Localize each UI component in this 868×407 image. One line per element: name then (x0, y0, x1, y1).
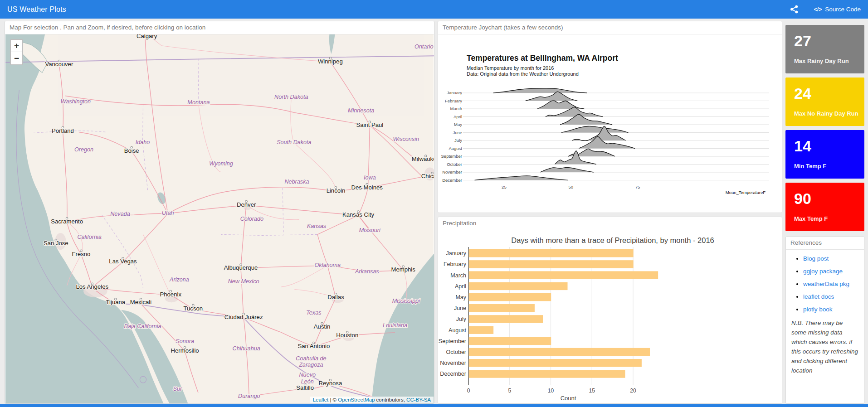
joychart-ridge-fill (493, 88, 587, 93)
precipitation-bar[interactable] (469, 293, 551, 301)
leaflet-link[interactable]: Leaflet (313, 397, 329, 402)
map-city-label: Milwaukee (412, 155, 434, 162)
map-state-label: Wyoming (209, 160, 233, 167)
joychart-month-label: March (450, 106, 462, 111)
references-title: References (786, 237, 864, 250)
joychart-month-label: September (441, 154, 462, 159)
precipitation-x-tick: 5 (508, 388, 511, 394)
value-box-label: Max Temp F (794, 215, 828, 222)
precipitation-bar[interactable] (469, 315, 543, 323)
value-box-min-temp: 14 Min Temp F (785, 130, 864, 179)
joychart-title: Temperatures at Bellingham, WA Airport (467, 53, 618, 63)
reference-link[interactable]: plotly book (803, 306, 833, 313)
references-list: Blog postggjoy packageweatherData pkglea… (803, 255, 858, 313)
map-state-label: Chihuahua (233, 345, 260, 352)
map-state-label: Sonora (176, 337, 194, 344)
precipitation-bar[interactable] (469, 260, 634, 268)
map-city-label: Lincoln (327, 187, 346, 194)
leaflet-map[interactable]: CalgaryWinnipegVancouverOntarioWashingto… (5, 34, 434, 403)
precipitation-bar[interactable] (469, 326, 493, 334)
app-title: US Weather Plots (7, 5, 66, 14)
precipitation-x-tick: 20 (630, 388, 636, 394)
precipitation-month-label: May (455, 294, 466, 300)
map-state-label: Wisconsin (393, 136, 419, 142)
precipitation-bar[interactable] (469, 271, 658, 279)
joychart-panel: Temperature Joychart (takes a few second… (438, 21, 782, 213)
map-state-label: Missouri (359, 227, 381, 233)
precipitation-month-label: June (454, 305, 466, 311)
bottom-accent-strip (0, 404, 868, 407)
license-link[interactable]: CC-BY-SA (406, 397, 431, 402)
joychart-month-label: November (442, 170, 462, 174)
precipitation-bar[interactable] (469, 249, 634, 257)
joychart-month-label: August (449, 146, 462, 151)
reference-item: Blog post (803, 255, 858, 262)
map-state-label: Minnesota (348, 107, 374, 114)
reference-link[interactable]: weatherData pkg (803, 281, 849, 287)
precipitation-bar[interactable] (469, 282, 568, 291)
map-city-label: Tijuana (106, 299, 126, 305)
precipitation-chart[interactable]: Days with more than a trace of Precipita… (438, 230, 782, 403)
source-code-link[interactable]: </> Source Code (814, 6, 861, 13)
map-city-label: Saint Paul (356, 121, 383, 128)
reference-link[interactable]: leaflet docs (803, 293, 834, 300)
precipitation-bar[interactable] (469, 348, 650, 356)
zoom-in-button[interactable]: + (11, 40, 22, 52)
map-panel-title: Map For selection . Pan and Zoom, if des… (5, 21, 434, 34)
precipitation-bar[interactable] (469, 337, 551, 345)
map-city-label: Kansas City (342, 211, 374, 218)
map-city-label: Des Moines (351, 184, 383, 191)
map-state-label: Coahuila deZaragoza (296, 354, 326, 368)
map-state-label: Sur (173, 385, 182, 392)
map-state-label: Durango (238, 392, 260, 399)
precipitation-month-label: December (440, 371, 466, 377)
code-icon: </> (814, 6, 822, 13)
map-state-label: Idaho (136, 139, 150, 145)
joychart-month-label: December (442, 178, 462, 183)
map-city-label: Dallas (327, 294, 344, 300)
precipitation-chart-title: Days with more than a trace of Precipita… (511, 236, 714, 244)
joychart-month-label: May (454, 122, 462, 127)
map-state-label: Nebraska (284, 178, 309, 185)
navbar: US Weather Plots </> Source Code (0, 0, 868, 19)
precipitation-month-label: January (446, 250, 467, 257)
map-city-label: Fresno (72, 251, 90, 257)
map-state-label: Washington (61, 98, 91, 105)
value-box-number: 90 (794, 190, 811, 208)
reference-link[interactable]: ggjoy package (803, 268, 843, 275)
share-icon[interactable] (790, 5, 799, 14)
map-city-label: Memphis (391, 266, 416, 273)
map-city-label: Hermosillo (171, 347, 199, 354)
map-city-label: Boise (124, 147, 139, 154)
zoom-out-button[interactable]: − (11, 52, 22, 64)
precipitation-month-label: September (439, 338, 466, 344)
reference-link[interactable]: Blog post (803, 255, 829, 262)
joychart-ridge-fill (540, 168, 594, 173)
joychart-subtitle2: Data: Original data from the Weather Und… (467, 71, 579, 77)
map-city-label: Mexicali (130, 299, 152, 305)
map-city-label: Winnipeg (318, 58, 343, 65)
map-attribution: Leaflet | © OpenStreetMap contributors, … (310, 397, 434, 403)
map-state-label: Montana (187, 99, 210, 106)
precipitation-month-label: October (446, 349, 466, 355)
map-city-label: San Antonio (297, 343, 330, 349)
map-state-label: Louisiana (383, 322, 407, 329)
map-state-label: Texas (306, 309, 322, 316)
map-state-label: Utah (162, 209, 174, 216)
map-city-label: Los Angeles (76, 283, 108, 290)
precipitation-bar[interactable] (469, 359, 642, 367)
map-state-label: Ontario (414, 43, 433, 50)
reference-item: leaflet docs (803, 293, 858, 300)
map-state-label: Colorado (240, 215, 263, 222)
joychart-month-label: July (454, 138, 462, 143)
map-city-label: Saltillo (296, 384, 314, 391)
joychart[interactable]: Temperatures at Bellingham, WA AirportMe… (438, 34, 782, 213)
osm-link[interactable]: OpenStreetMap (338, 397, 375, 402)
precipitation-bar[interactable] (469, 370, 625, 378)
joychart-month-label: April (454, 114, 462, 119)
precipitation-panel-title: Precipitation (438, 217, 782, 230)
map-city-label: Denver (237, 201, 256, 208)
map-state-label: New Mexico (228, 278, 259, 285)
precipitation-panel: Precipitation Days with more than a trac… (438, 217, 782, 404)
precipitation-bar[interactable] (469, 304, 535, 312)
